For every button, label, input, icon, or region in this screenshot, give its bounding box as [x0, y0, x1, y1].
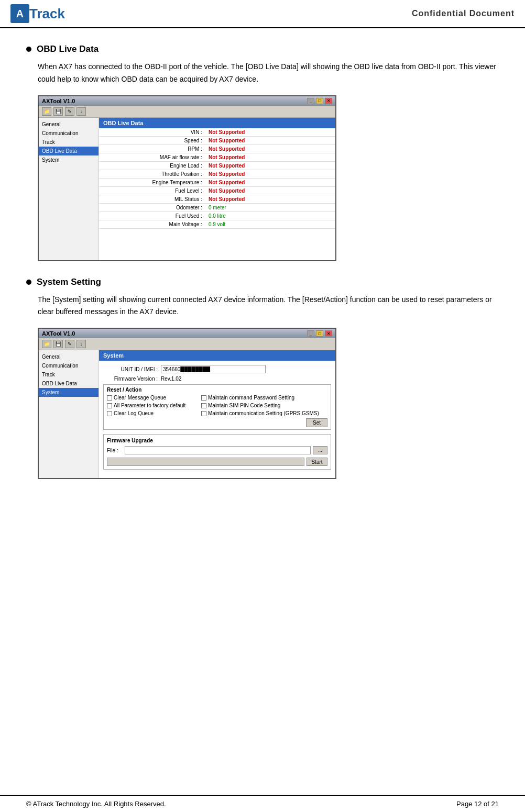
set-button[interactable]: Set — [306, 418, 327, 427]
fw-browse-button[interactable]: ... — [313, 446, 327, 454]
firmware-value: Rev.1.02 — [161, 376, 181, 382]
obd-main-voltage-value: 0.9 volt — [205, 220, 335, 228]
obd-window-title: AXTool V1.0 — [42, 98, 75, 104]
table-row: Engine Temperature : Not Supported — [99, 178, 335, 186]
table-row: Engine Load : Not Supported — [99, 161, 335, 170]
obd-fuel-used-label: Fuel Used : — [99, 212, 205, 220]
obd-eng-temp-value: Not Supported — [205, 178, 335, 186]
sys-window: AXTool V1.0 _ □ ✕ 📁 💾 ✎ ↓ — [38, 328, 336, 479]
atrack-logo-icon: A — [10, 4, 29, 23]
obd-toolbar: 📁 💾 ✎ ↓ — [39, 106, 335, 118]
fw-file-row: File : ... — [107, 446, 327, 454]
checkbox-row: Clear Message Queue All Parameter to fac… — [107, 395, 327, 416]
unit-id-label: UNIT ID / IMEI : — [103, 366, 161, 372]
obd-section: OBD Live Data When AX7 has connected to … — [26, 44, 499, 261]
sys-toolbar-save-icon[interactable]: 💾 — [53, 340, 63, 348]
table-row: MAF air flow rate : Not Supported — [99, 153, 335, 161]
toolbar-save-icon[interactable]: 💾 — [53, 107, 63, 116]
obd-window-controls[interactable]: _ □ ✕ — [307, 98, 332, 104]
sys-sidebar-communication[interactable]: Communication — [39, 361, 99, 370]
sys-window-controls[interactable]: _ □ ✕ — [307, 330, 332, 337]
chk-clear-msg-label: Clear Message Queue — [114, 395, 166, 401]
obd-odometer-label: Odometer : — [99, 203, 205, 212]
sidebar-item-general[interactable]: General — [39, 120, 99, 129]
sidebar-item-system[interactable]: System — [39, 155, 99, 164]
toolbar-edit-icon[interactable]: ✎ — [65, 107, 74, 116]
logo-track: Track — [29, 6, 65, 21]
obd-speed-label: Speed : — [99, 136, 205, 144]
obd-section-title: OBD Live Data — [26, 44, 499, 54]
sys-data-panel: System UNIT ID / IMEI : Firmware Version… — [99, 350, 335, 478]
toolbar-arrow-icon[interactable]: ↓ — [76, 107, 86, 116]
sys-toolbar-arrow-icon[interactable]: ↓ — [76, 340, 86, 348]
unit-id-input[interactable] — [161, 365, 266, 373]
close-button[interactable]: ✕ — [325, 98, 332, 104]
sys-close-button[interactable]: ✕ — [325, 330, 332, 337]
obd-fuel-used-value: 0.0 litre — [205, 212, 335, 220]
chk-maintain-sim-label: Maintain SIM PIN Code Setting — [208, 403, 280, 408]
table-row: Speed : Not Supported — [99, 136, 335, 144]
sys-maximize-button[interactable]: □ — [316, 330, 323, 337]
obd-sidebar: General Communication Track OBD Live Dat… — [39, 118, 99, 260]
firmware-label: Firmware Version : — [103, 376, 161, 382]
sys-window-body: General Communication Track OBD Live Dat… — [39, 350, 335, 478]
sys-toolbar-folder-icon[interactable]: 📁 — [42, 340, 51, 348]
fw-progress-bar — [107, 458, 304, 466]
fw-progress-row: Start — [107, 458, 327, 466]
fw-file-label: File : — [107, 448, 123, 453]
sidebar-item-communication[interactable]: Communication — [39, 129, 99, 138]
fw-file-input[interactable] — [125, 446, 311, 454]
system-section-title: System Setting — [26, 277, 499, 287]
unit-id-row: UNIT ID / IMEI : — [103, 365, 331, 373]
obd-data-table: VIN : Not Supported Speed : Not Supporte… — [99, 128, 335, 229]
system-screenshot: AXTool V1.0 _ □ ✕ 📁 💾 ✎ ↓ — [38, 328, 499, 479]
toolbar-folder-icon[interactable]: 📁 — [42, 107, 51, 116]
obd-titlebar: AXTool V1.0 _ □ ✕ — [39, 96, 335, 106]
chk-maintain-cmd-box[interactable] — [201, 395, 206, 401]
chk-clear-msg: Clear Message Queue — [107, 395, 196, 401]
svg-text:A: A — [16, 8, 24, 19]
sidebar-item-track[interactable]: Track — [39, 138, 99, 147]
table-row: RPM : Not Supported — [99, 144, 335, 153]
sidebar-item-obd[interactable]: OBD Live Data — [39, 147, 99, 155]
chk-clear-log-label: Clear Log Queue — [114, 410, 154, 416]
obd-engine-load-value: Not Supported — [205, 161, 335, 170]
minimize-button[interactable]: _ — [307, 98, 314, 104]
fw-start-button[interactable]: Start — [307, 458, 327, 466]
sys-panel-header: System — [99, 350, 335, 361]
sys-sidebar-track[interactable]: Track — [39, 370, 99, 379]
sys-minimize-button[interactable]: _ — [307, 330, 314, 337]
system-section: System Setting The [System] setting will… — [26, 277, 499, 480]
obd-mil-label: MIL Status : — [99, 195, 205, 203]
obd-vin-label: VIN : — [99, 128, 205, 137]
page-header: A Track Confidential Document — [0, 0, 525, 28]
sys-sidebar-system[interactable]: System — [39, 388, 99, 397]
logo-area: A Track — [10, 4, 65, 23]
obd-panel-spacer — [99, 229, 335, 260]
table-row: Main Voltage : 0.9 volt — [99, 220, 335, 228]
obd-fuel-level-value: Not Supported — [205, 186, 335, 195]
chk-factory: All Parameter to factory default — [107, 403, 196, 408]
obd-mil-value: Not Supported — [205, 195, 335, 203]
chk-clear-log-box[interactable] — [107, 411, 112, 416]
chk-maintain-comm-box[interactable] — [201, 411, 206, 416]
obd-rpm-label: RPM : — [99, 144, 205, 153]
copyright-text: © ATrack Technology Inc. All Rights Rese… — [26, 800, 166, 808]
sys-sidebar-general[interactable]: General — [39, 352, 99, 361]
chk-maintain-sim: Maintain SIM PIN Code Setting — [201, 403, 319, 408]
obd-screenshot: AXTool V1.0 _ □ ✕ 📁 💾 ✎ ↓ — [38, 95, 499, 261]
chk-maintain-sim-box[interactable] — [201, 403, 206, 408]
chk-factory-box[interactable] — [107, 403, 112, 408]
firmware-upgrade-section: Firmware Upgrade File : ... Start — [103, 434, 331, 470]
sys-toolbar-edit-icon[interactable]: ✎ — [65, 340, 74, 348]
sys-sidebar-obd[interactable]: OBD Live Data — [39, 379, 99, 388]
reset-action-group: Reset / Action Clear Message Queue — [103, 384, 331, 430]
maximize-button[interactable]: □ — [316, 98, 323, 104]
table-row: Fuel Used : 0.0 litre — [99, 212, 335, 220]
sys-panel-body: UNIT ID / IMEI : Firmware Version : Rev.… — [99, 361, 335, 478]
page-number: Page 12 of 21 — [456, 800, 499, 808]
checkboxes-right: Maintain command Password Setting Mainta… — [201, 395, 319, 416]
system-section-body: The [System] setting will showing curren… — [38, 294, 499, 319]
chk-clear-msg-box[interactable] — [107, 395, 112, 401]
chk-maintain-cmd-label: Maintain command Password Setting — [208, 395, 294, 401]
